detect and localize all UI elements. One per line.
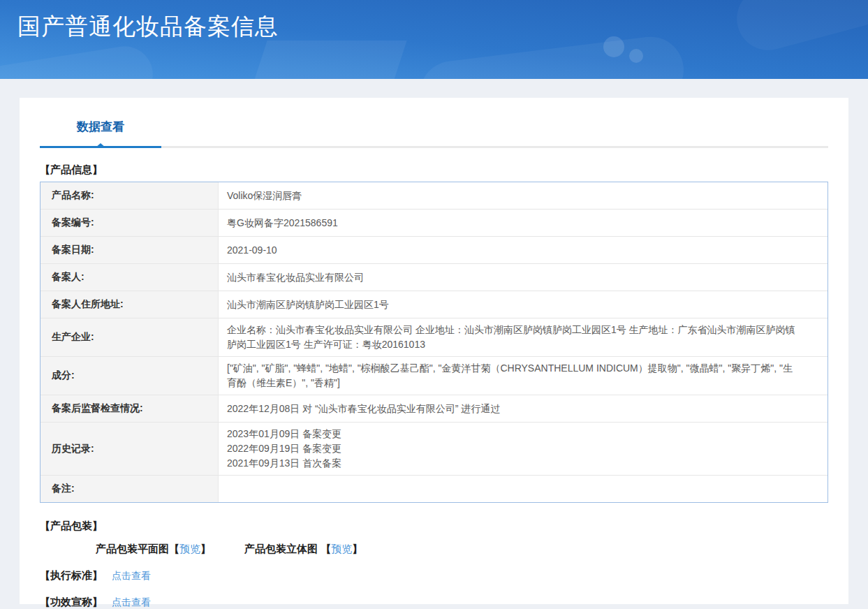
decorative-shape xyxy=(0,43,157,79)
tab-data-view-label: 数据查看 xyxy=(77,120,124,133)
row-registration-number: 备案编号: 粤G妆网备字2021586591 xyxy=(41,210,827,237)
standards-row: 【执行标准】 点击查看 xyxy=(40,569,828,582)
row-manufacturer: 生产企业: 企业名称：汕头市春宝化妆品实业有限公司 企业地址：汕头市潮南区胪岗镇… xyxy=(41,318,827,357)
page-title: 国产普通化妆品备案信息 xyxy=(0,0,868,43)
row-label: 备案人住所地址: xyxy=(41,291,219,318)
standards-view-link[interactable]: 点击查看 xyxy=(112,570,151,582)
section-title-product-info: 【产品信息】 xyxy=(40,163,828,177)
row-value: 粤G妆网备字2021586591 xyxy=(219,210,827,236)
row-label: 备案日期: xyxy=(41,237,219,263)
tab-active-marker-icon xyxy=(95,143,106,148)
packaging-links-row: 产品包装平面图【预览】产品包装立体图 【预览】 xyxy=(96,543,828,556)
decorative-shape xyxy=(247,41,406,79)
row-value: ["矿油", "矿脂", "蜂蜡", "地蜡", "棕榈酸乙基己酯", "金黄洋… xyxy=(219,357,827,395)
row-value: 2021-09-10 xyxy=(219,237,827,263)
row-label: 历史记录: xyxy=(41,423,219,475)
packaging-flat-preview-link[interactable]: 预览 xyxy=(179,543,200,555)
row-label: 备案编号: xyxy=(41,210,219,236)
row-product-name: 产品名称: Voliko保湿润唇膏 xyxy=(41,182,827,210)
row-history: 历史记录: 2023年01月09日 备案变更 2022年09月19日 备案变更 … xyxy=(41,423,827,476)
row-remarks: 备注: xyxy=(41,476,827,502)
history-line: 2023年01月09日 备案变更 xyxy=(227,427,800,441)
section-title-efficacy: 【功效宣称】 xyxy=(40,596,103,609)
row-value: 2022年12月08日 对 “汕头市春宝化妆品实业有限公司” 进行通过 xyxy=(219,395,827,422)
bracket-open: 【 xyxy=(169,543,179,555)
history-line: 2022年09月19日 备案变更 xyxy=(227,441,800,456)
bracket-close: 】 xyxy=(200,543,211,555)
row-label: 备案人: xyxy=(41,264,219,291)
packaging-3d-preview-link[interactable]: 预览 xyxy=(331,543,352,555)
packaging-3d-label: 产品包装立体图 xyxy=(244,543,321,555)
row-value: 企业名称：汕头市春宝化妆品实业有限公司 企业地址：汕头市潮南区胪岗镇胪岗工业园区… xyxy=(219,318,827,356)
page-header: 国产普通化妆品备案信息 xyxy=(0,0,868,79)
packaging-3d-item: 产品包装立体图 【预览】 xyxy=(244,543,362,555)
bracket-close: 】 xyxy=(352,543,362,555)
row-value: 2023年01月09日 备案变更 2022年09月19日 备案变更 2021年0… xyxy=(219,423,827,475)
history-line: 2021年09月13日 首次备案 xyxy=(227,456,800,471)
row-label: 产品名称: xyxy=(41,182,219,209)
tab-data-view[interactable]: 数据查看 xyxy=(40,119,161,148)
row-value: Voliko保湿润唇膏 xyxy=(219,182,827,209)
row-label: 生产企业: xyxy=(41,318,219,356)
packaging-flat-label: 产品包装平面图 xyxy=(96,543,169,555)
efficacy-view-link[interactable]: 点击查看 xyxy=(112,596,151,609)
tab-bar: 数据查看 xyxy=(40,117,828,148)
row-supervision-check: 备案后监督检查情况: 2022年12月08日 对 “汕头市春宝化妆品实业有限公司… xyxy=(41,395,827,423)
row-value xyxy=(219,476,827,502)
row-label: 成分: xyxy=(41,357,219,395)
section-title-packaging: 【产品包装】 xyxy=(40,520,828,533)
decorative-circle xyxy=(629,49,643,63)
packaging-flat-item: 产品包装平面图【预览】 xyxy=(96,543,211,555)
row-label: 备注: xyxy=(41,476,219,502)
row-label: 备案后监督检查情况: xyxy=(41,395,219,422)
efficacy-row: 【功效宣称】 点击查看 xyxy=(40,596,828,609)
row-value: 汕头市春宝化妆品实业有限公司 xyxy=(219,264,827,291)
row-registrant-address: 备案人住所地址: 汕头市潮南区胪岗镇胪岗工业园区1号 xyxy=(41,291,827,318)
section-title-standards: 【执行标准】 xyxy=(40,569,103,582)
row-value: 汕头市潮南区胪岗镇胪岗工业园区1号 xyxy=(219,291,827,318)
product-info-table: 产品名称: Voliko保湿润唇膏 备案编号: 粤G妆网备字2021586591… xyxy=(40,182,828,503)
bracket-open: 【 xyxy=(321,543,331,555)
row-registrant: 备案人: 汕头市春宝化妆品实业有限公司 xyxy=(41,264,827,291)
row-registration-date: 备案日期: 2021-09-10 xyxy=(41,237,827,264)
row-ingredients: 成分: ["矿油", "矿脂", "蜂蜡", "地蜡", "棕榈酸乙基己酯", … xyxy=(41,357,827,395)
content-card: 数据查看 【产品信息】 产品名称: Voliko保湿润唇膏 备案编号: 粤G妆网… xyxy=(20,98,848,604)
